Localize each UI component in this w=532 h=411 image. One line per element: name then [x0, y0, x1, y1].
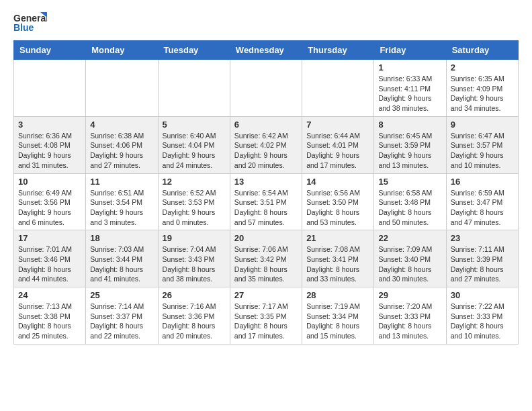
- calendar-cell: 28Sunrise: 7:19 AM Sunset: 3:34 PM Dayli…: [302, 287, 374, 345]
- calendar-cell: 16Sunrise: 6:59 AM Sunset: 3:47 PM Dayli…: [446, 173, 518, 230]
- day-number: 27: [234, 290, 298, 300]
- calendar-cell: 17Sunrise: 7:01 AM Sunset: 3:46 PM Dayli…: [14, 230, 86, 287]
- day-info: Sunrise: 7:20 AM Sunset: 3:33 PM Dayligh…: [378, 302, 441, 341]
- column-header-thursday: Thursday: [302, 41, 374, 60]
- day-info: Sunrise: 6:35 AM Sunset: 4:09 PM Dayligh…: [451, 74, 514, 113]
- calendar-cell: [302, 60, 374, 117]
- calendar-cell: 6Sunrise: 6:42 AM Sunset: 4:02 PM Daylig…: [230, 116, 302, 173]
- calendar-cell: 23Sunrise: 7:11 AM Sunset: 3:39 PM Dayli…: [446, 230, 518, 287]
- calendar-row-3: 10Sunrise: 6:49 AM Sunset: 3:56 PM Dayli…: [14, 173, 519, 230]
- calendar-cell: 4Sunrise: 6:38 AM Sunset: 4:06 PM Daylig…: [86, 116, 158, 173]
- calendar-cell: 7Sunrise: 6:44 AM Sunset: 4:01 PM Daylig…: [302, 116, 374, 173]
- page-header: GeneralBlue: [13, 11, 519, 35]
- day-number: 10: [18, 177, 81, 187]
- day-number: 25: [90, 290, 153, 300]
- calendar-row-2: 3Sunrise: 6:36 AM Sunset: 4:08 PM Daylig…: [14, 116, 519, 173]
- day-info: Sunrise: 7:04 AM Sunset: 3:43 PM Dayligh…: [163, 244, 226, 284]
- day-number: 9: [451, 120, 514, 130]
- column-header-friday: Friday: [374, 41, 446, 60]
- calendar-cell: 3Sunrise: 6:36 AM Sunset: 4:08 PM Daylig…: [14, 116, 86, 173]
- day-info: Sunrise: 6:52 AM Sunset: 3:53 PM Dayligh…: [163, 188, 226, 228]
- calendar-cell: [230, 60, 302, 117]
- day-info: Sunrise: 6:42 AM Sunset: 4:02 PM Dayligh…: [234, 131, 298, 171]
- day-number: 11: [90, 177, 153, 187]
- day-info: Sunrise: 6:33 AM Sunset: 4:11 PM Dayligh…: [378, 74, 441, 113]
- day-info: Sunrise: 6:45 AM Sunset: 3:59 PM Dayligh…: [378, 131, 441, 171]
- day-number: 4: [90, 120, 153, 130]
- calendar-cell: 14Sunrise: 6:56 AM Sunset: 3:50 PM Dayli…: [302, 173, 374, 230]
- calendar-cell: 11Sunrise: 6:51 AM Sunset: 3:54 PM Dayli…: [86, 173, 158, 230]
- calendar-cell: [158, 60, 230, 117]
- column-header-wednesday: Wednesday: [230, 41, 302, 60]
- logo: GeneralBlue: [13, 11, 47, 35]
- day-info: Sunrise: 7:03 AM Sunset: 3:44 PM Dayligh…: [90, 244, 153, 284]
- day-info: Sunrise: 6:47 AM Sunset: 3:57 PM Dayligh…: [451, 131, 514, 171]
- day-info: Sunrise: 6:44 AM Sunset: 4:01 PM Dayligh…: [306, 131, 369, 171]
- day-number: 20: [234, 233, 298, 243]
- day-info: Sunrise: 7:22 AM Sunset: 3:33 PM Dayligh…: [451, 302, 514, 341]
- calendar-body: 1Sunrise: 6:33 AM Sunset: 4:11 PM Daylig…: [14, 60, 519, 345]
- day-number: 3: [18, 120, 81, 130]
- calendar-row-1: 1Sunrise: 6:33 AM Sunset: 4:11 PM Daylig…: [14, 60, 519, 117]
- day-info: Sunrise: 6:56 AM Sunset: 3:50 PM Dayligh…: [306, 188, 369, 228]
- calendar-cell: 26Sunrise: 7:16 AM Sunset: 3:36 PM Dayli…: [158, 287, 230, 345]
- day-number: 2: [451, 62, 514, 73]
- day-info: Sunrise: 6:51 AM Sunset: 3:54 PM Dayligh…: [90, 188, 153, 228]
- day-number: 29: [378, 290, 441, 300]
- calendar-cell: 20Sunrise: 7:06 AM Sunset: 3:42 PM Dayli…: [230, 230, 302, 287]
- day-number: 26: [163, 290, 226, 300]
- day-number: 1: [378, 62, 441, 73]
- day-info: Sunrise: 6:54 AM Sunset: 3:51 PM Dayligh…: [234, 188, 298, 228]
- day-info: Sunrise: 7:14 AM Sunset: 3:37 PM Dayligh…: [90, 302, 153, 341]
- calendar-cell: 5Sunrise: 6:40 AM Sunset: 4:04 PM Daylig…: [158, 116, 230, 173]
- day-info: Sunrise: 6:58 AM Sunset: 3:48 PM Dayligh…: [378, 188, 441, 228]
- day-number: 6: [234, 120, 298, 130]
- day-number: 15: [378, 177, 441, 187]
- day-info: Sunrise: 7:16 AM Sunset: 3:36 PM Dayligh…: [163, 302, 226, 341]
- day-info: Sunrise: 7:06 AM Sunset: 3:42 PM Dayligh…: [234, 244, 298, 284]
- day-number: 8: [378, 120, 441, 130]
- calendar-cell: 12Sunrise: 6:52 AM Sunset: 3:53 PM Dayli…: [158, 173, 230, 230]
- calendar-header: SundayMondayTuesdayWednesdayThursdayFrid…: [14, 41, 519, 60]
- day-info: Sunrise: 6:49 AM Sunset: 3:56 PM Dayligh…: [18, 188, 81, 228]
- day-number: 17: [18, 233, 81, 243]
- calendar-cell: 18Sunrise: 7:03 AM Sunset: 3:44 PM Dayli…: [86, 230, 158, 287]
- calendar-row-5: 24Sunrise: 7:13 AM Sunset: 3:38 PM Dayli…: [14, 287, 519, 345]
- calendar-cell: 19Sunrise: 7:04 AM Sunset: 3:43 PM Dayli…: [158, 230, 230, 287]
- day-number: 21: [306, 233, 369, 243]
- day-number: 13: [234, 177, 298, 187]
- calendar-cell: 2Sunrise: 6:35 AM Sunset: 4:09 PM Daylig…: [446, 60, 518, 117]
- day-number: 5: [163, 120, 226, 130]
- calendar-cell: 22Sunrise: 7:09 AM Sunset: 3:40 PM Dayli…: [374, 230, 446, 287]
- header-row: SundayMondayTuesdayWednesdayThursdayFrid…: [14, 41, 519, 60]
- day-info: Sunrise: 7:11 AM Sunset: 3:39 PM Dayligh…: [451, 244, 514, 284]
- day-number: 14: [306, 177, 369, 187]
- page-container: GeneralBlue SundayMondayTuesdayWednesday…: [0, 0, 532, 355]
- day-number: 23: [451, 233, 514, 243]
- calendar-cell: 1Sunrise: 6:33 AM Sunset: 4:11 PM Daylig…: [374, 60, 446, 117]
- day-info: Sunrise: 7:09 AM Sunset: 3:40 PM Dayligh…: [378, 244, 441, 284]
- column-header-tuesday: Tuesday: [158, 41, 230, 60]
- day-info: Sunrise: 7:01 AM Sunset: 3:46 PM Dayligh…: [18, 244, 81, 284]
- day-number: 22: [378, 233, 441, 243]
- calendar-cell: 21Sunrise: 7:08 AM Sunset: 3:41 PM Dayli…: [302, 230, 374, 287]
- calendar-cell: 29Sunrise: 7:20 AM Sunset: 3:33 PM Dayli…: [374, 287, 446, 345]
- day-info: Sunrise: 6:40 AM Sunset: 4:04 PM Dayligh…: [163, 131, 226, 171]
- day-number: 30: [451, 290, 514, 300]
- day-info: Sunrise: 7:08 AM Sunset: 3:41 PM Dayligh…: [306, 244, 369, 284]
- day-number: 19: [163, 233, 226, 243]
- day-number: 18: [90, 233, 153, 243]
- calendar-cell: [86, 60, 158, 117]
- calendar-cell: 8Sunrise: 6:45 AM Sunset: 3:59 PM Daylig…: [374, 116, 446, 173]
- day-number: 24: [18, 290, 81, 300]
- column-header-saturday: Saturday: [446, 41, 518, 60]
- calendar-cell: 25Sunrise: 7:14 AM Sunset: 3:37 PM Dayli…: [86, 287, 158, 345]
- calendar-cell: 9Sunrise: 6:47 AM Sunset: 3:57 PM Daylig…: [446, 116, 518, 173]
- day-info: Sunrise: 7:13 AM Sunset: 3:38 PM Dayligh…: [18, 302, 81, 341]
- day-info: Sunrise: 6:36 AM Sunset: 4:08 PM Dayligh…: [18, 131, 81, 171]
- svg-text:Blue: Blue: [13, 22, 34, 33]
- day-info: Sunrise: 7:17 AM Sunset: 3:35 PM Dayligh…: [234, 302, 298, 341]
- calendar-cell: 30Sunrise: 7:22 AM Sunset: 3:33 PM Dayli…: [446, 287, 518, 345]
- calendar-cell: [14, 60, 86, 117]
- day-number: 12: [163, 177, 226, 187]
